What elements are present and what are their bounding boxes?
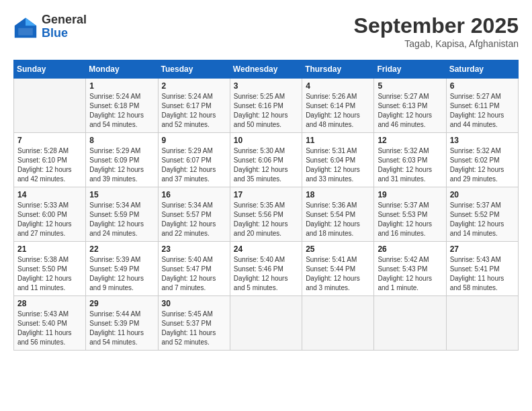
day-info: Sunrise: 5:37 AM Sunset: 5:52 PM Dayligh… <box>450 201 515 238</box>
day-info: Sunrise: 5:28 AM Sunset: 6:10 PM Dayligh… <box>17 146 82 184</box>
day-info: Sunrise: 5:32 AM Sunset: 6:02 PM Dayligh… <box>450 146 515 184</box>
calendar-cell: 19Sunrise: 5:37 AM Sunset: 5:53 PM Dayli… <box>374 187 446 242</box>
day-info: Sunrise: 5:45 AM Sunset: 5:37 PM Dayligh… <box>162 310 226 347</box>
calendar-cell: 3Sunrise: 5:25 AM Sunset: 6:16 PM Daylig… <box>230 79 302 133</box>
calendar-cell <box>446 296 518 351</box>
calendar-cell: 25Sunrise: 5:41 AM Sunset: 5:44 PM Dayli… <box>302 242 374 296</box>
day-number: 11 <box>306 136 370 145</box>
calendar-cell: 23Sunrise: 5:40 AM Sunset: 5:47 PM Dayli… <box>158 242 230 296</box>
calendar-cell: 5Sunrise: 5:27 AM Sunset: 6:13 PM Daylig… <box>374 79 446 133</box>
calendar-cell: 11Sunrise: 5:31 AM Sunset: 6:04 PM Dayli… <box>302 133 374 187</box>
day-number: 8 <box>89 136 154 145</box>
day-number: 26 <box>378 244 442 254</box>
weekday-header: Monday <box>86 60 158 79</box>
day-info: Sunrise: 5:36 AM Sunset: 5:54 PM Dayligh… <box>306 201 370 238</box>
calendar-cell: 6Sunrise: 5:27 AM Sunset: 6:11 PM Daylig… <box>446 79 518 133</box>
weekday-header: Thursday <box>302 60 374 79</box>
month-title: September 2025 <box>354 13 519 38</box>
day-number: 9 <box>162 136 226 145</box>
day-number: 21 <box>17 244 82 254</box>
day-info: Sunrise: 5:27 AM Sunset: 6:11 PM Dayligh… <box>450 92 515 130</box>
calendar-cell: 18Sunrise: 5:36 AM Sunset: 5:54 PM Dayli… <box>302 187 374 242</box>
day-info: Sunrise: 5:33 AM Sunset: 6:00 PM Dayligh… <box>17 201 82 238</box>
calendar-cell <box>14 79 86 133</box>
calendar-cell: 28Sunrise: 5:43 AM Sunset: 5:40 PM Dayli… <box>14 296 86 351</box>
day-number: 30 <box>162 299 226 308</box>
day-info: Sunrise: 5:44 AM Sunset: 5:39 PM Dayligh… <box>89 310 154 347</box>
calendar-cell: 17Sunrise: 5:35 AM Sunset: 5:56 PM Dayli… <box>230 187 302 242</box>
calendar-week: 1Sunrise: 5:24 AM Sunset: 6:18 PM Daylig… <box>14 79 519 133</box>
calendar: SundayMondayTuesdayWednesdayThursdayFrid… <box>13 60 519 351</box>
logo: General Blue <box>13 13 87 40</box>
calendar-cell: 15Sunrise: 5:34 AM Sunset: 5:59 PM Dayli… <box>86 187 158 242</box>
calendar-cell <box>302 296 374 351</box>
calendar-week: 21Sunrise: 5:38 AM Sunset: 5:50 PM Dayli… <box>14 242 519 296</box>
calendar-cell: 29Sunrise: 5:44 AM Sunset: 5:39 PM Dayli… <box>86 296 158 351</box>
day-number: 5 <box>378 81 442 91</box>
day-number: 16 <box>162 190 226 199</box>
weekday-header: Sunday <box>14 60 86 79</box>
day-number: 19 <box>378 190 442 199</box>
day-number: 6 <box>450 81 515 91</box>
day-info: Sunrise: 5:24 AM Sunset: 6:17 PM Dayligh… <box>162 92 226 130</box>
day-info: Sunrise: 5:42 AM Sunset: 5:43 PM Dayligh… <box>378 255 442 293</box>
day-info: Sunrise: 5:34 AM Sunset: 5:59 PM Dayligh… <box>89 201 154 238</box>
logo-text: General Blue <box>42 13 87 40</box>
calendar-week: 14Sunrise: 5:33 AM Sunset: 6:00 PM Dayli… <box>14 187 519 242</box>
day-number: 23 <box>162 244 226 254</box>
day-number: 24 <box>234 244 298 254</box>
day-number: 1 <box>89 81 154 91</box>
calendar-cell: 2Sunrise: 5:24 AM Sunset: 6:17 PM Daylig… <box>158 79 230 133</box>
calendar-cell: 1Sunrise: 5:24 AM Sunset: 6:18 PM Daylig… <box>86 79 158 133</box>
svg-marker-1 <box>26 17 36 26</box>
day-info: Sunrise: 5:27 AM Sunset: 6:13 PM Dayligh… <box>378 92 442 130</box>
weekday-row: SundayMondayTuesdayWednesdayThursdayFrid… <box>14 60 519 79</box>
calendar-cell <box>374 296 446 351</box>
calendar-header: SundayMondayTuesdayWednesdayThursdayFrid… <box>14 60 519 79</box>
day-number: 15 <box>89 190 154 199</box>
weekday-header: Friday <box>374 60 446 79</box>
day-info: Sunrise: 5:37 AM Sunset: 5:53 PM Dayligh… <box>378 201 442 238</box>
day-info: Sunrise: 5:26 AM Sunset: 6:14 PM Dayligh… <box>306 92 370 130</box>
calendar-week: 28Sunrise: 5:43 AM Sunset: 5:40 PM Dayli… <box>14 296 519 351</box>
calendar-cell: 26Sunrise: 5:42 AM Sunset: 5:43 PM Dayli… <box>374 242 446 296</box>
day-number: 13 <box>450 136 515 145</box>
calendar-cell: 22Sunrise: 5:39 AM Sunset: 5:49 PM Dayli… <box>86 242 158 296</box>
page-header: General Blue September 2025 Tagab, Kapis… <box>13 13 519 49</box>
day-number: 22 <box>89 244 154 254</box>
calendar-cell: 14Sunrise: 5:33 AM Sunset: 6:00 PM Dayli… <box>14 187 86 242</box>
calendar-body: 1Sunrise: 5:24 AM Sunset: 6:18 PM Daylig… <box>14 79 519 351</box>
day-info: Sunrise: 5:43 AM Sunset: 5:40 PM Dayligh… <box>17 310 82 347</box>
calendar-cell: 21Sunrise: 5:38 AM Sunset: 5:50 PM Dayli… <box>14 242 86 296</box>
day-info: Sunrise: 5:43 AM Sunset: 5:41 PM Dayligh… <box>450 255 515 293</box>
day-number: 12 <box>378 136 442 145</box>
day-number: 2 <box>162 81 226 91</box>
calendar-cell: 8Sunrise: 5:29 AM Sunset: 6:09 PM Daylig… <box>86 133 158 187</box>
calendar-cell: 4Sunrise: 5:26 AM Sunset: 6:14 PM Daylig… <box>302 79 374 133</box>
calendar-cell: 16Sunrise: 5:34 AM Sunset: 5:57 PM Dayli… <box>158 187 230 242</box>
day-info: Sunrise: 5:34 AM Sunset: 5:57 PM Dayligh… <box>162 201 226 238</box>
calendar-cell <box>230 296 302 351</box>
day-info: Sunrise: 5:35 AM Sunset: 5:56 PM Dayligh… <box>234 201 298 238</box>
day-number: 18 <box>306 190 370 199</box>
day-info: Sunrise: 5:31 AM Sunset: 6:04 PM Dayligh… <box>306 146 370 184</box>
calendar-cell: 30Sunrise: 5:45 AM Sunset: 5:37 PM Dayli… <box>158 296 230 351</box>
title-block: September 2025 Tagab, Kapisa, Afghanista… <box>354 13 519 49</box>
calendar-cell: 24Sunrise: 5:40 AM Sunset: 5:46 PM Dayli… <box>230 242 302 296</box>
svg-rect-2 <box>18 28 33 36</box>
day-info: Sunrise: 5:40 AM Sunset: 5:46 PM Dayligh… <box>234 255 298 293</box>
day-info: Sunrise: 5:29 AM Sunset: 6:09 PM Dayligh… <box>89 146 154 184</box>
day-number: 28 <box>17 299 82 308</box>
day-info: Sunrise: 5:24 AM Sunset: 6:18 PM Dayligh… <box>89 92 154 130</box>
calendar-cell: 13Sunrise: 5:32 AM Sunset: 6:02 PM Dayli… <box>446 133 518 187</box>
calendar-cell: 9Sunrise: 5:29 AM Sunset: 6:07 PM Daylig… <box>158 133 230 187</box>
calendar-cell: 20Sunrise: 5:37 AM Sunset: 5:52 PM Dayli… <box>446 187 518 242</box>
calendar-cell: 10Sunrise: 5:30 AM Sunset: 6:06 PM Dayli… <box>230 133 302 187</box>
calendar-week: 7Sunrise: 5:28 AM Sunset: 6:10 PM Daylig… <box>14 133 519 187</box>
day-info: Sunrise: 5:39 AM Sunset: 5:49 PM Dayligh… <box>89 255 154 293</box>
day-number: 27 <box>450 244 515 254</box>
day-number: 3 <box>234 81 298 91</box>
day-number: 4 <box>306 81 370 91</box>
day-info: Sunrise: 5:25 AM Sunset: 6:16 PM Dayligh… <box>234 92 298 130</box>
day-info: Sunrise: 5:30 AM Sunset: 6:06 PM Dayligh… <box>234 146 298 184</box>
